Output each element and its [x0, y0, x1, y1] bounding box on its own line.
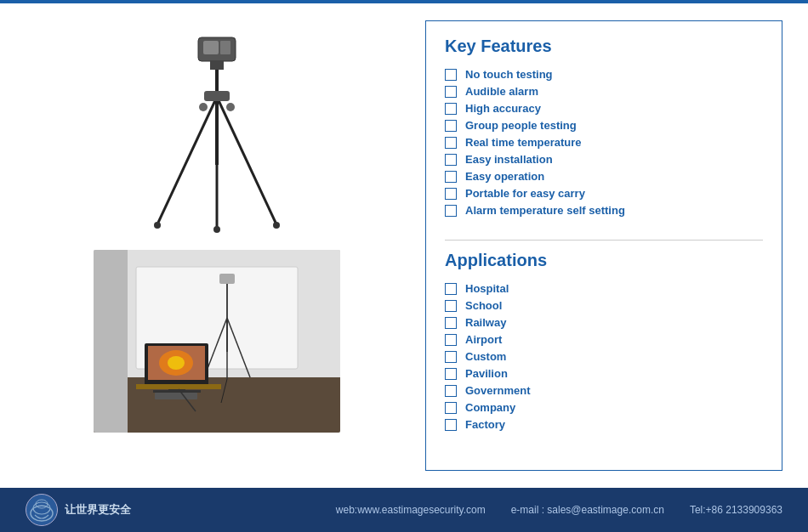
- svg-point-36: [36, 500, 48, 508]
- checkbox-icon: [445, 402, 457, 414]
- footer-info: web:www.eastimagesecurity.com e-mail : s…: [336, 504, 782, 516]
- product-image-tripod: [98, 20, 336, 241]
- feature-item: No touch testing: [445, 68, 763, 81]
- svg-rect-3: [210, 61, 224, 70]
- application-item: Hospital: [445, 282, 763, 295]
- svg-rect-11: [204, 91, 230, 101]
- feature-label: Alarm temperature self setting: [465, 204, 625, 217]
- application-label: Railway: [465, 316, 506, 329]
- svg-point-12: [199, 103, 208, 111]
- main-content: Key Features No touch testingAudible ala…: [0, 3, 808, 488]
- svg-rect-1: [203, 41, 219, 54]
- checkbox-icon: [445, 368, 457, 380]
- application-label: Hospital: [465, 282, 509, 295]
- feature-label: Real time temperature: [465, 136, 582, 149]
- application-item: Company: [445, 401, 763, 414]
- features-list: No touch testingAudible alarmHigh accura…: [445, 68, 763, 221]
- applications-title: Applications: [445, 251, 763, 270]
- application-item: School: [445, 299, 763, 312]
- feature-item: High accuracy: [445, 102, 763, 115]
- footer-web: web:www.eastimagesecurity.com: [336, 504, 486, 516]
- checkbox-icon: [445, 300, 457, 312]
- svg-rect-29: [136, 384, 221, 389]
- svg-rect-27: [153, 390, 201, 393]
- checkbox-icon: [445, 205, 457, 217]
- footer-tel: Tel:+86 2133909363: [690, 504, 782, 516]
- feature-item: Alarm temperature self setting: [445, 204, 763, 217]
- footer: 让世界更安全 web:www.eastimagesecurity.com e-m…: [0, 488, 808, 532]
- logo-circle: [26, 494, 58, 526]
- right-panel: Key Features No touch testingAudible ala…: [425, 20, 782, 471]
- application-label: Custom: [465, 350, 506, 363]
- feature-item: Portable for easy carry: [445, 187, 763, 200]
- application-item: Government: [445, 384, 763, 397]
- application-item: Railway: [445, 316, 763, 329]
- svg-point-33: [168, 356, 185, 370]
- application-label: Government: [465, 384, 531, 397]
- application-item: Pavilion: [445, 367, 763, 380]
- svg-rect-16: [94, 250, 128, 433]
- svg-line-5: [157, 97, 217, 224]
- application-item: Airport: [445, 333, 763, 346]
- feature-item: Real time temperature: [445, 136, 763, 149]
- feature-item: Audible alarm: [445, 85, 763, 98]
- feature-label: High accuracy: [465, 102, 541, 115]
- feature-label: Group people testing: [465, 119, 577, 132]
- svg-point-10: [273, 222, 280, 229]
- section-divider: [445, 240, 763, 241]
- checkbox-icon: [445, 69, 457, 81]
- checkbox-icon: [445, 171, 457, 183]
- product-image-room: [94, 250, 340, 433]
- application-item: Factory: [445, 418, 763, 431]
- left-panel: [26, 20, 408, 471]
- application-label: Pavilion: [465, 367, 508, 380]
- svg-point-9: [213, 226, 220, 233]
- footer-logo: 让世界更安全: [26, 494, 131, 526]
- svg-point-13: [226, 103, 235, 111]
- checkbox-icon: [445, 188, 457, 200]
- checkbox-icon: [445, 351, 457, 363]
- footer-logo-text: 让世界更安全: [65, 502, 131, 518]
- feature-label: Portable for easy carry: [465, 187, 585, 200]
- application-label: Company: [465, 401, 515, 414]
- svg-line-7: [217, 97, 276, 224]
- checkbox-icon: [445, 317, 457, 329]
- features-title: Key Features: [445, 37, 763, 56]
- feature-item: Group people testing: [445, 119, 763, 132]
- footer-email: e-mail : sales@eastimage.com.cn: [511, 504, 664, 516]
- room-scene-svg: [94, 250, 340, 433]
- checkbox-icon: [445, 385, 457, 397]
- checkbox-icon: [445, 154, 457, 166]
- checkbox-icon: [445, 120, 457, 132]
- checkbox-icon: [445, 103, 457, 115]
- feature-item: Easy operation: [445, 170, 763, 183]
- feature-label: No touch testing: [465, 68, 553, 81]
- applications-list: HospitalSchoolRailwayAirportCustomPavili…: [445, 282, 763, 435]
- feature-item: Easy installation: [445, 153, 763, 166]
- application-item: Custom: [445, 350, 763, 363]
- feature-label: Easy installation: [465, 153, 553, 166]
- checkbox-icon: [445, 334, 457, 346]
- application-label: Factory: [465, 418, 505, 431]
- svg-rect-28: [155, 393, 197, 399]
- checkbox-icon: [445, 419, 457, 431]
- application-label: Airport: [465, 333, 502, 346]
- feature-label: Audible alarm: [465, 85, 538, 98]
- tripod-svg: [132, 29, 302, 233]
- svg-point-8: [154, 222, 161, 229]
- checkbox-icon: [445, 86, 457, 98]
- svg-rect-2: [220, 41, 230, 54]
- svg-rect-18: [219, 274, 235, 284]
- checkbox-icon: [445, 283, 457, 295]
- application-label: School: [465, 299, 502, 312]
- checkbox-icon: [445, 137, 457, 149]
- feature-label: Easy operation: [465, 170, 544, 183]
